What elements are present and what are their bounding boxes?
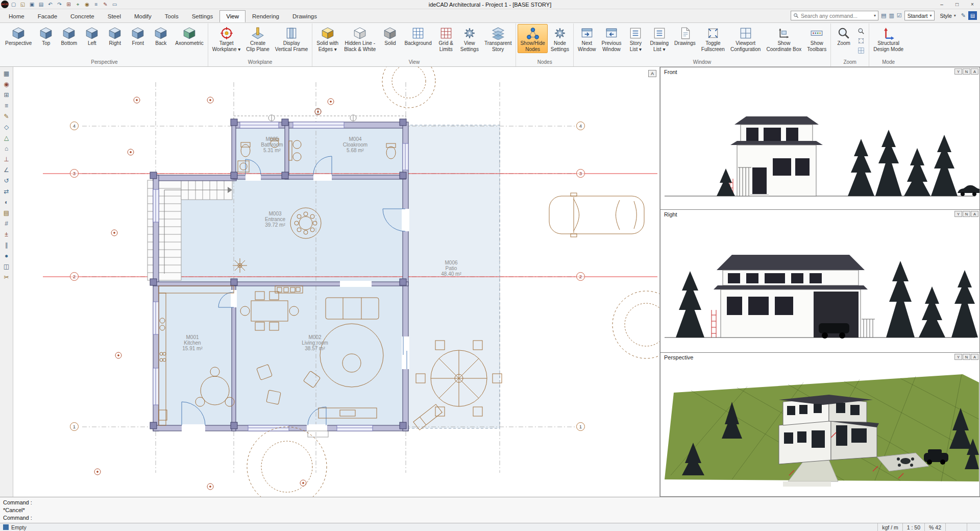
style-dropdown[interactable]: Style ▾ <box>937 11 958 20</box>
ribbon-tab[interactable]: Home <box>2 10 31 22</box>
quick-access-icon[interactable]: ▭ <box>110 1 119 8</box>
grid-axis-bubble[interactable]: 1 <box>70 422 79 431</box>
perspective-viewport[interactable]: Perspective Y N A <box>660 353 980 497</box>
viewport-control-button[interactable]: A <box>971 68 978 75</box>
structural-design-mode-button[interactable]: StructuralDesign Mode <box>871 24 906 53</box>
layers-icon[interactable]: ▤ <box>881 13 886 18</box>
command-search-box[interactable]: ▾ <box>791 11 878 20</box>
ribbon-tab[interactable]: Facade <box>31 10 64 22</box>
show-hide-nodes-button[interactable]: Show/HideNodes <box>518 24 547 53</box>
viewport-control-button[interactable]: A <box>971 354 978 360</box>
edit-style-icon[interactable]: ✎ <box>961 13 966 18</box>
viewport-configuration-button[interactable]: ViewportConfiguration <box>728 24 763 53</box>
toolbar-icon[interactable]: ± <box>2 230 12 239</box>
grid-axis-bubble[interactable]: 2 <box>576 272 585 281</box>
floor-plan-viewport[interactable]: 4321 4321 M005 Bathroom 5.31 m² M004 Clo… <box>13 67 660 497</box>
viewport-control-button[interactable]: N <box>963 68 970 75</box>
drawing-list-button[interactable]: DrawingList ▾ <box>647 24 671 53</box>
toolbar-icon[interactable]: # <box>2 219 12 228</box>
ribbon-tab[interactable]: Settings <box>185 10 220 22</box>
zoom-extents-button[interactable] <box>856 36 866 45</box>
toolbar-icon[interactable]: ⇄ <box>2 187 12 196</box>
quick-access-icon[interactable]: ↷ <box>55 1 64 8</box>
target-workplane-button[interactable]: TargetWorkplane ▾ <box>210 24 243 53</box>
right-elevation-viewport[interactable]: Right Y N A <box>660 210 980 353</box>
grid-axis-bubble[interactable]: 3 <box>576 169 585 178</box>
viewport-control-button[interactable]: Y <box>954 68 962 75</box>
perspective-view-button[interactable]: Perspective <box>3 24 34 53</box>
toolbar-icon[interactable]: ⌂ <box>2 144 12 153</box>
maximize-button[interactable]: □ <box>949 0 965 9</box>
previous-window-button[interactable]: PreviousWindow <box>599 24 624 53</box>
search-input[interactable] <box>801 13 872 19</box>
transparent-story-button[interactable]: TransparentStory <box>482 24 514 53</box>
left-view-button[interactable]: Left <box>81 24 103 53</box>
next-window-button[interactable]: NextWindow <box>575 24 599 53</box>
minimize-button[interactable]: – <box>934 0 949 9</box>
top-view-button[interactable]: Top <box>35 24 57 53</box>
toolbar-style-combo[interactable]: Standart ▾ <box>904 11 935 20</box>
ribbon-tab[interactable]: Rendering <box>246 10 286 22</box>
ribbon-tab[interactable]: Steel <box>101 10 128 22</box>
grid-axis-bubble[interactable]: 4 <box>576 122 585 130</box>
status-zoom[interactable]: % 42 <box>924 523 945 531</box>
toolbar-icon[interactable]: ✂ <box>2 273 12 282</box>
toolbar-icon[interactable]: ↺ <box>2 176 12 185</box>
quick-access-icon[interactable]: ▣ <box>28 1 36 8</box>
view-settings-button[interactable]: ViewSettings <box>458 24 481 53</box>
viewport-control-button[interactable]: Y <box>954 354 962 360</box>
quick-access-icon[interactable]: ◉ <box>83 1 91 8</box>
grid-axis-bubble[interactable]: 1 <box>576 422 585 431</box>
toolbar-icon[interactable]: ✎ <box>2 112 12 121</box>
ribbon-tab[interactable]: Modify <box>128 10 158 22</box>
hidden-line-bw-button[interactable]: Hidden Line -Black & White <box>341 24 378 53</box>
show-coordinate-box-button[interactable]: ShowCoordinate Box <box>764 24 804 53</box>
toolbar-icon[interactable]: ◉ <box>2 80 12 89</box>
zoom-window-button[interactable] <box>856 27 866 36</box>
status-scale[interactable]: 1 : 50 <box>902 523 924 531</box>
quick-access-icon[interactable]: ⊞ <box>64 1 73 8</box>
viewport-control-button[interactable]: N <box>963 211 970 217</box>
zoom-selected-button[interactable] <box>856 46 866 55</box>
toolbar-icon[interactable]: ⊥ <box>2 155 12 164</box>
plan-viewport-button[interactable]: A <box>648 70 656 77</box>
toolbar-icon[interactable]: △ <box>2 133 12 142</box>
toggle-fullscreen-button[interactable]: ToggleFullscreen <box>699 24 727 53</box>
grid-axis-bubble[interactable]: 2 <box>70 272 79 281</box>
toolbar-icon[interactable]: ∥ <box>2 240 12 250</box>
status-units[interactable]: kgf / m <box>877 523 902 531</box>
toolbar-icon[interactable]: ⊞ <box>2 90 12 100</box>
show-toolbars-button[interactable]: ShowToolbars <box>804 24 829 53</box>
ribbon-tab[interactable]: Drawings <box>286 10 324 22</box>
toolbar-icon[interactable]: ▦ <box>2 69 12 78</box>
front-view-button[interactable]: Front <box>127 24 149 53</box>
solid-with-edges-button[interactable]: Solid withEdges ▾ <box>314 24 341 53</box>
quick-access-icon[interactable]: ▤ <box>37 1 45 8</box>
create-clip-plane-button[interactable]: CreateClip Plane <box>243 24 272 53</box>
solid-button[interactable]: Solid <box>379 24 401 53</box>
grid-axis-bubble[interactable]: 4 <box>70 122 79 130</box>
grid-limits-button[interactable]: Grid &Limits <box>435 24 457 53</box>
toolbar-icon[interactable]: ● <box>2 251 12 260</box>
right-view-button[interactable]: Right <box>104 24 126 53</box>
toolbar-icon[interactable]: ◫ <box>2 262 12 271</box>
front-elevation-viewport[interactable]: Front Y N A <box>660 67 980 210</box>
quick-access-icon[interactable]: ◱ <box>18 1 27 8</box>
viewport-control-button[interactable]: N <box>963 354 970 360</box>
back-view-button[interactable]: Back <box>150 24 172 53</box>
axonometric-view-button[interactable]: Axonometric <box>173 24 206 53</box>
bottom-view-button[interactable]: Bottom <box>58 24 80 53</box>
quick-access-icon[interactable]: ✎ <box>101 1 110 8</box>
ribbon-tab[interactable]: View <box>219 10 246 22</box>
grid-axis-bubble[interactable]: 3 <box>70 169 79 178</box>
quick-access-icon[interactable]: ≡ <box>92 1 101 8</box>
command-line-panel[interactable]: Command :*Cancel*Command : <box>0 497 980 523</box>
viewport-control-button[interactable]: Y <box>954 211 962 217</box>
close-button[interactable]: × <box>965 0 980 9</box>
stack-icon[interactable]: ▥ <box>889 13 894 18</box>
viewport-control-button[interactable]: A <box>971 211 978 217</box>
quick-access-icon[interactable]: ▢ <box>9 1 18 8</box>
zoom-button[interactable]: Zoom <box>832 24 855 53</box>
toolbar-icon[interactable]: ◇ <box>2 123 12 132</box>
search-dropdown-arrow-icon[interactable]: ▾ <box>874 13 876 18</box>
